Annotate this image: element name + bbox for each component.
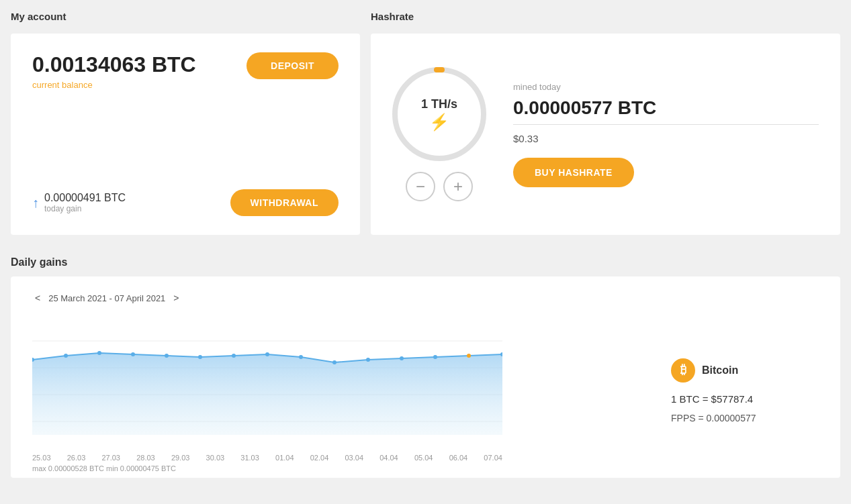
buy-hashrate-button[interactable]: BUY HASHRATE: [513, 158, 634, 187]
svg-point-6: [97, 351, 101, 355]
gain-label: today gain: [44, 204, 126, 213]
x-label: 03.04: [345, 454, 363, 462]
x-label: 30.03: [206, 454, 225, 462]
x-label: 06.04: [449, 454, 468, 462]
balance-amount: 0.00134063 BTC: [32, 52, 196, 77]
withdrawal-button[interactable]: WITHDRAWAL: [230, 189, 339, 216]
decrease-hashrate-button[interactable]: −: [406, 172, 435, 201]
svg-point-8: [165, 354, 169, 358]
daily-gains-section: Daily gains < 25 March 2021 - 07 April 2…: [0, 246, 851, 489]
gauge-circle: 1 TH/s ⚡: [392, 67, 486, 161]
chart-svg: [32, 314, 502, 448]
x-label: 25.03: [32, 454, 51, 462]
x-label: 27.03: [101, 454, 120, 462]
chart-container: 25.0326.0327.0328.0329.0330.0331.0301.04…: [32, 314, 502, 462]
daily-gains-title: Daily gains: [11, 256, 840, 268]
svg-point-12: [299, 355, 303, 359]
hashrate-panel: 1 TH/s ⚡ − + mined today 0.00000577 BTC …: [371, 34, 840, 235]
svg-point-17: [467, 354, 471, 358]
mined-area: mined today 0.00000577 BTC $0.33 BUY HAS…: [513, 82, 819, 187]
x-label: 04.04: [379, 454, 398, 462]
svg-point-10: [232, 354, 236, 358]
mined-today-label: mined today: [513, 82, 819, 92]
svg-point-11: [265, 352, 269, 356]
x-label: 01.04: [275, 454, 294, 462]
svg-point-9: [198, 355, 202, 359]
mined-usd: $0.33: [513, 133, 819, 144]
btc-rate: 1 BTC = $57787.4: [671, 393, 819, 405]
svg-point-14: [366, 358, 370, 362]
gauge-controls: − +: [406, 172, 473, 201]
balance-label: current balance: [32, 80, 196, 90]
x-label: 05.04: [414, 454, 433, 462]
svg-point-15: [400, 356, 404, 360]
bitcoin-icon: ₿: [671, 358, 695, 383]
prev-date-button[interactable]: <: [32, 293, 43, 303]
my-account-card: 0.00134063 BTC current balance DEPOSIT ↑…: [11, 34, 360, 235]
gauge-area: 1 TH/s ⚡ − +: [392, 67, 486, 201]
x-label: 29.03: [171, 454, 190, 462]
daily-gains-card: < 25 March 2021 - 07 April 2021 >: [11, 276, 840, 478]
chart-x-labels: 25.0326.0327.0328.0329.0330.0331.0301.04…: [32, 454, 502, 462]
increase-hashrate-button[interactable]: +: [443, 172, 473, 201]
mined-amount: 0.00000577 BTC: [513, 97, 819, 125]
svg-point-5: [64, 354, 68, 358]
next-date-button[interactable]: >: [171, 293, 181, 303]
x-label: 31.03: [240, 454, 259, 462]
gauge-value: 1 TH/s: [421, 97, 457, 111]
date-range-row: < 25 March 2021 - 07 April 2021 >: [32, 293, 644, 303]
bitcoin-info: ₿ Bitcoin 1 BTC = $57787.4 FPPS = 0.0000…: [671, 293, 819, 462]
x-label: 02.04: [310, 454, 329, 462]
deposit-button[interactable]: DEPOSIT: [247, 52, 339, 79]
x-label: 07.04: [484, 454, 502, 462]
lightning-icon: ⚡: [429, 113, 449, 132]
my-account-title: My account: [11, 11, 66, 22]
btc-icon-row: ₿ Bitcoin: [671, 358, 819, 383]
x-label: 26.03: [67, 454, 86, 462]
fpps-rate: FPPS = 0.00000577: [671, 413, 819, 423]
hashrate-title: Hashrate: [371, 11, 414, 22]
chart-area: < 25 March 2021 - 07 April 2021 >: [32, 293, 644, 462]
svg-point-7: [131, 352, 135, 356]
date-range-label: 25 March 2021 - 07 April 2021: [48, 293, 165, 303]
gain-arrow-icon: ↑: [32, 195, 39, 211]
x-label: 28.03: [136, 454, 155, 462]
svg-point-13: [332, 360, 337, 364]
bitcoin-name: Bitcoin: [702, 364, 738, 376]
svg-point-16: [433, 355, 437, 359]
today-gain-row: ↑ 0.00000491 BTC today gain: [32, 192, 126, 213]
gain-amount: 0.00000491 BTC: [44, 192, 126, 204]
chart-stats: max 0.00000528 BTC min 0.00000475 BTC: [32, 464, 502, 472]
